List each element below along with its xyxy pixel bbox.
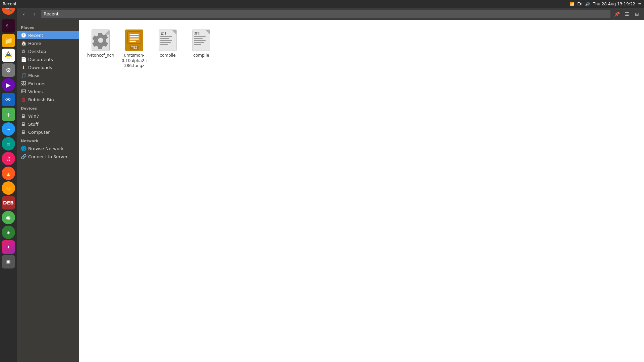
chrome-icon-btn[interactable] [2,49,15,62]
file-item-umtsmon[interactable]: umtsmon-0.10alpha2.i386.tar.gz [119,27,149,71]
sidebar-item-browse-network[interactable]: 🌐 Browse Network [17,144,79,153]
browse-network-icon: 🌐 [21,146,26,151]
terminal-icon-btn[interactable]: $_ [2,19,15,33]
gray-app-btn[interactable]: ▣ [2,255,15,268]
settings-icon-btn[interactable]: ⚙ [2,63,15,77]
menu-icon[interactable]: ≡ [638,2,641,6]
sidebar-item-browse-network-label: Browse Network [28,146,64,151]
gray-app-icon: ▣ [6,259,10,264]
sidebar: Places 🕐 Recent 🏠 Home 🖥 Desktop 📄 Docum… [17,20,79,362]
notes-icon: + [6,111,11,118]
script-line [160,40,172,41]
grid-view-button[interactable]: ⊞ [633,10,641,18]
file-label-h4tonccf: h4tonccf_nc4 [87,53,114,58]
music-app-btn[interactable]: ♫ [2,152,15,165]
green-app-btn[interactable]: ◉ [2,211,15,224]
volume-icon: 🔊 [585,2,590,6]
rubbish-icon: 🗑 [21,97,26,102]
teal-app-btn[interactable]: ≡ [2,137,15,150]
sidebar-item-desktop[interactable]: 🖥 Desktop [17,47,79,55]
sidebar-item-documents[interactable]: 📄 Documents [17,55,79,63]
script-line [160,44,168,45]
sidebar-item-downloads-label: Downloads [28,65,52,70]
file-icon-umtsmon [125,29,143,51]
devices-label: Devices [17,104,79,112]
file-item-compile1[interactable]: #! compile [153,27,183,71]
list-view-button[interactable]: ☰ [623,10,631,18]
script-line [160,42,171,43]
sidebar-item-home-label: Home [28,41,41,46]
computer-icon: 🖥 [21,129,26,135]
orange-app-btn[interactable]: ◎ [2,181,15,195]
dock: 🔍 $_ 📁 ⚙ ▶ 👁 + ~ ≡ ♫ 🔥 ◎ [0,0,17,362]
sidebar-item-recent[interactable]: 🕐 Recent [17,31,79,39]
sidebar-item-computer[interactable]: 🖥 Computer [17,128,79,136]
blue-app-btn[interactable]: ~ [2,122,15,136]
sidebar-item-connect-server-label: Connect to Server [28,154,68,159]
sidebar-item-music[interactable]: 🎵 Music [17,71,79,79]
script-lines-2 [194,36,209,45]
sidebar-item-home[interactable]: 🏠 Home [17,39,79,47]
sidebar-item-desktop-label: Desktop [28,49,46,54]
script-lines [160,36,175,45]
toolbar: ‹ › Recent 📌 ☰ ⊞ [17,8,644,20]
file-label-compile2: compile [193,53,209,58]
files-icon: 📁 [4,37,13,45]
keyboard-layout: En [577,2,582,6]
green-app-icon: ◉ [6,215,11,221]
topbar-left: Recent [3,2,16,6]
sidebar-item-videos[interactable]: 🎞 Videos [17,87,79,96]
wifi-icon: 📶 [570,2,575,6]
fire-app-btn[interactable]: 🔥 [2,167,15,180]
connect-server-icon: 🔗 [21,154,26,159]
file-item-h4tonccf[interactable]: h4tonccf_nc4 [86,27,116,71]
videos-icon: 🎞 [21,89,26,94]
sidebar-item-rubbish[interactable]: 🗑 Rubbish Bin [17,96,79,104]
home-icon: 🏠 [21,41,26,46]
script-hash-char: #! [160,31,166,36]
dock-separator [2,17,15,17]
file-icon-compile1: #! [159,29,177,51]
file-label-umtsmon: umtsmon-0.10alpha2.i386.tar.gz [120,53,148,69]
file-manager-window: ‹ › Recent 📌 ☰ ⊞ Places 🕐 Recent 🏠 Home [17,8,644,362]
script-file-icon-2: #! [192,29,210,51]
app-title: Recent [3,2,16,6]
notes-btn[interactable]: + [2,108,15,121]
back-button[interactable]: ‹ [19,10,28,18]
pin-button[interactable]: 📌 [612,10,621,18]
file-item-compile2[interactable]: #! compile [186,27,216,71]
forward-button[interactable]: › [30,10,39,18]
location-text: Recent [44,11,59,16]
script-line [194,38,203,39]
files-icon-btn[interactable]: 📁 [2,34,15,47]
script-line [160,38,169,39]
sidebar-item-pictures[interactable]: 🖼 Pictures [17,79,79,87]
media-player-icon: ▶ [6,81,11,88]
archive-icon [125,27,143,50]
sidebar-item-win7-label: Win7 [28,114,39,119]
deb-app-icon: DEB [3,200,14,205]
script-line [194,44,201,45]
sidebar-item-computer-label: Computer [28,130,50,135]
toolbar-right: 📌 ☰ ⊞ [612,10,641,18]
darkgreen-app-btn[interactable]: ◈ [2,226,15,239]
file-icon-compile2: #! [192,29,210,51]
media-player-btn[interactable]: ▶ [2,78,15,92]
sidebar-item-downloads[interactable]: ⬇ Downloads [17,63,79,71]
fire-app-icon: 🔥 [5,170,12,177]
sidebar-item-stuff[interactable]: 🖥 Stuff [17,120,79,128]
sidebar-item-recent-label: Recent [28,33,43,38]
sidebar-item-music-label: Music [28,73,41,78]
tgz-icon [125,29,143,51]
music-icon: 🎵 [21,73,26,78]
viewer-btn[interactable]: 👁 [2,93,15,106]
multi-app-btn[interactable]: ✦ [2,240,15,254]
deb-app-btn[interactable]: DEB [2,196,15,209]
file-icon-h4tonccf [92,29,110,51]
settings-icon: ⚙ [6,67,11,74]
multi-app-icon: ✦ [6,244,10,250]
sidebar-item-win7[interactable]: 🖥 Win7 [17,112,79,120]
sidebar-item-connect-server[interactable]: 🔗 Connect to Server [17,153,79,161]
darkgreen-app-icon: ◈ [7,230,10,235]
script-line [194,40,206,41]
